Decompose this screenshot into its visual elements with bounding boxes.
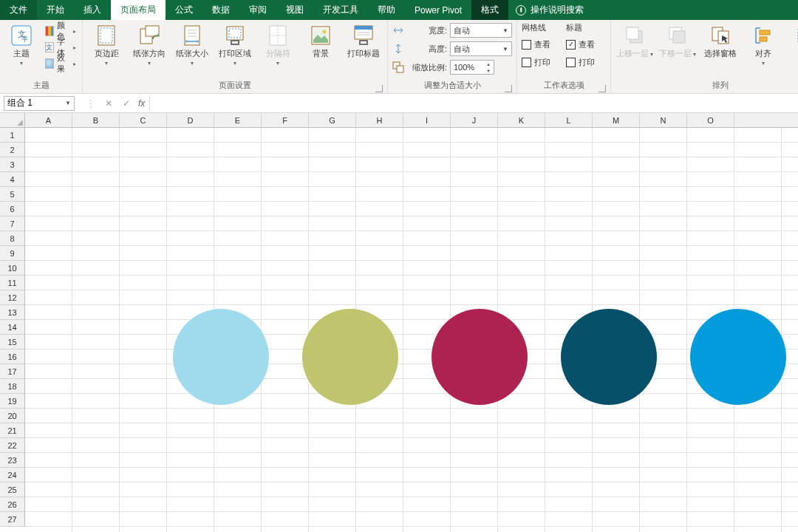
column-header[interactable]: K <box>498 113 545 127</box>
tell-me[interactable]: 操作说明搜索 <box>508 0 591 20</box>
tab-help[interactable]: 帮助 <box>368 0 405 20</box>
sheet-options-dialog-launcher[interactable] <box>598 85 606 92</box>
column-header[interactable]: A <box>25 113 72 127</box>
gridlines-view-checkbox[interactable]: 查看 <box>522 37 562 52</box>
column-header[interactable]: J <box>451 113 498 127</box>
row-header[interactable]: 4 <box>0 172 24 187</box>
selection-pane-button[interactable]: 选择窗格 <box>701 21 740 58</box>
tab-review[interactable]: 审阅 <box>239 0 276 20</box>
column-header[interactable]: I <box>403 113 451 127</box>
tab-insert[interactable]: 插入 <box>74 0 111 20</box>
scale-spinner[interactable]: 100%▲▼ <box>450 60 494 75</box>
tab-home[interactable]: 开始 <box>37 0 74 20</box>
row-header[interactable]: 24 <box>0 468 24 482</box>
send-backward-icon <box>666 24 689 47</box>
height-select[interactable]: 自动▼ <box>450 41 512 56</box>
headings-view-checkbox[interactable]: ✓查看 <box>566 37 606 52</box>
row-header[interactable]: 27 <box>0 512 24 527</box>
headings-print-checkbox[interactable]: 打印 <box>566 55 606 69</box>
gridlines-print-checkbox[interactable]: 打印 <box>522 55 562 69</box>
shape-circle[interactable] <box>302 309 398 405</box>
row-header[interactable]: 23 <box>0 453 24 468</box>
size-button[interactable]: 纸张大小▾ <box>173 21 211 68</box>
print-area-button[interactable]: 打印区域▾ <box>216 21 254 68</box>
column-header[interactable]: B <box>72 113 120 127</box>
formula-input[interactable] <box>149 96 798 111</box>
row-header[interactable]: 8 <box>0 231 24 246</box>
row-header[interactable]: 1 <box>0 128 24 143</box>
row-header[interactable]: 19 <box>0 394 24 409</box>
column-header[interactable]: F <box>262 113 309 127</box>
column-header[interactable]: L <box>545 113 593 127</box>
breaks-button[interactable]: 分隔符▾ <box>259 21 297 68</box>
group-button[interactable]: 组合▾ <box>787 21 798 68</box>
row-header[interactable]: 22 <box>0 438 24 453</box>
svg-rect-28 <box>760 30 770 35</box>
print-titles-label: 打印标题 <box>347 49 380 58</box>
row-header[interactable]: 5 <box>0 187 24 202</box>
page-setup-dialog-launcher[interactable] <box>375 85 383 92</box>
themes-button[interactable]: 文字 主题▾ <box>4 21 39 68</box>
tab-data[interactable]: 数据 <box>202 0 239 20</box>
row-header[interactable]: 11 <box>0 276 24 290</box>
row-header[interactable]: 16 <box>0 349 24 364</box>
shape-circle[interactable] <box>561 309 657 405</box>
theme-effects-button[interactable]: 效果 ▸ <box>44 55 78 72</box>
column-header[interactable]: E <box>214 113 262 127</box>
select-all-corner[interactable] <box>0 113 25 128</box>
column-header[interactable]: N <box>640 113 687 127</box>
shape-circle[interactable] <box>432 309 528 405</box>
scale-dialog-launcher[interactable] <box>505 85 512 92</box>
orientation-icon <box>137 24 161 47</box>
row-header[interactable]: 14 <box>0 320 24 335</box>
tab-format[interactable]: 格式 <box>471 0 508 20</box>
row-header[interactable]: 12 <box>0 290 24 305</box>
width-select[interactable]: 自动▼ <box>450 23 512 38</box>
column-header[interactable]: M <box>593 113 640 127</box>
row-header[interactable]: 26 <box>0 497 24 512</box>
column-header[interactable]: D <box>167 113 214 127</box>
tab-power-pivot[interactable]: Power Pivot <box>405 0 471 20</box>
tab-formulas[interactable]: 公式 <box>166 0 202 20</box>
row-header[interactable]: 18 <box>0 379 24 394</box>
background-button[interactable]: 背景 <box>301 21 340 58</box>
cancel-button[interactable]: ✕ <box>100 95 117 112</box>
shape-circle[interactable] <box>690 309 786 405</box>
column-header[interactable]: C <box>120 113 167 127</box>
row-header[interactable]: 25 <box>0 482 24 497</box>
row-header[interactable]: 2 <box>0 143 24 157</box>
row-header[interactable]: 15 <box>0 335 24 349</box>
tab-file[interactable]: 文件 <box>0 0 37 20</box>
themes-icon: 文字 <box>10 24 33 47</box>
column-header[interactable]: G <box>309 113 356 127</box>
margins-button[interactable]: 页边距▾ <box>87 21 126 68</box>
svg-point-15 <box>323 30 327 34</box>
row-header[interactable]: 20 <box>0 409 24 423</box>
cells-area[interactable] <box>25 128 798 532</box>
column-header[interactable]: H <box>356 113 403 127</box>
row-header[interactable]: 9 <box>0 246 24 261</box>
row-header[interactable]: 6 <box>0 202 24 216</box>
name-box-separator: ⋮ <box>82 98 100 109</box>
name-box[interactable]: 组合 1▼ <box>4 96 75 111</box>
print-titles-button[interactable]: 打印标题 <box>344 21 383 58</box>
row-header[interactable]: 7 <box>0 216 24 231</box>
column-header[interactable]: O <box>687 113 734 127</box>
tab-view[interactable]: 视图 <box>276 0 313 20</box>
send-backward-button[interactable]: 下移一层 ▾ <box>658 21 697 59</box>
orientation-button[interactable]: 纸张方向▾ <box>130 21 168 68</box>
row-header[interactable]: 3 <box>0 157 24 172</box>
breaks-label: 分隔符 <box>266 49 290 58</box>
enter-button[interactable]: ✓ <box>117 95 135 112</box>
shape-circle[interactable] <box>173 309 269 405</box>
align-button[interactable]: 对齐▾ <box>744 21 782 68</box>
tab-page-layout[interactable]: 页面布局 <box>111 0 166 20</box>
bring-forward-button[interactable]: 上移一层 ▾ <box>615 21 654 59</box>
tab-dev[interactable]: 开发工具 <box>313 0 368 20</box>
row-header[interactable]: 10 <box>0 261 24 276</box>
fx-label[interactable]: fx <box>138 98 145 109</box>
row-header[interactable]: 13 <box>0 305 24 320</box>
print-area-icon <box>223 24 247 47</box>
row-header[interactable]: 17 <box>0 364 24 379</box>
row-header[interactable]: 21 <box>0 423 24 438</box>
